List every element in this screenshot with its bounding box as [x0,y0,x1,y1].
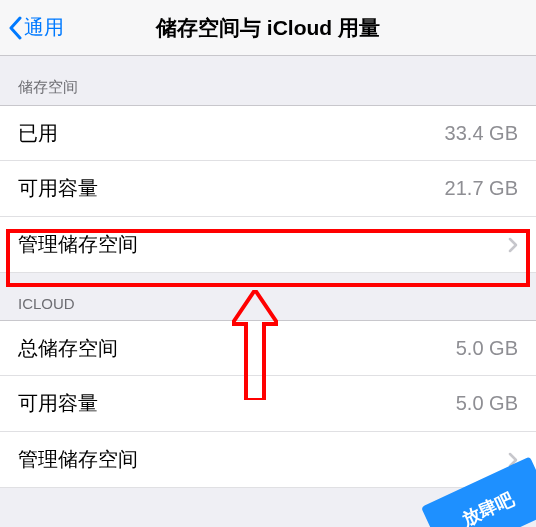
row-storage-available: 可用容量 21.7 GB [0,161,536,217]
chevron-right-icon [508,237,518,253]
row-storage-manage[interactable]: 管理储存空间 [0,217,536,273]
row-value: 21.7 GB [445,177,518,200]
row-label: 可用容量 [18,175,98,202]
row-icloud-manage[interactable]: 管理储存空间 [0,432,536,488]
row-value: 5.0 GB [456,337,518,360]
chevron-left-icon [8,16,22,40]
row-value: 5.0 GB [456,392,518,415]
nav-header: 通用 储存空间与 iCloud 用量 [0,0,536,56]
back-label: 通用 [24,14,64,41]
back-button[interactable]: 通用 [0,14,64,41]
row-label: 管理储存空间 [18,231,138,258]
page-title: 储存空间与 iCloud 用量 [0,14,536,42]
row-value: 33.4 GB [445,122,518,145]
row-label: 已用 [18,120,58,147]
row-icloud-total: 总储存空间 5.0 GB [0,320,536,376]
row-icloud-available: 可用容量 5.0 GB [0,376,536,432]
row-label: 总储存空间 [18,335,118,362]
section-header-icloud: ICLOUD [0,273,536,320]
row-label: 管理储存空间 [18,446,138,473]
row-storage-used: 已用 33.4 GB [0,105,536,161]
section-header-storage: 储存空间 [0,56,536,105]
row-label: 可用容量 [18,390,98,417]
